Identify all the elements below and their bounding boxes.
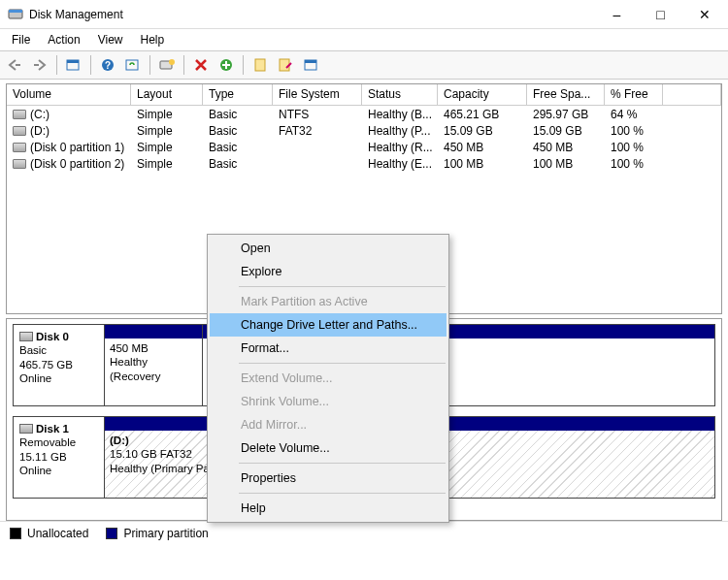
properties-button[interactable] [300,54,321,76]
partition-size: 450 MB [110,341,197,355]
volume-layout: Simple [131,108,203,121]
volume-free: 295.97 GB [527,108,605,121]
volume-type: Basic [203,157,273,171]
minimize-button[interactable]: – [595,0,639,29]
disk-type: Basic [19,343,98,357]
col-volume[interactable]: Volume [7,84,131,105]
legend-primary-label: Primary partition [123,527,208,540]
volume-status: Healthy (E... [362,157,438,171]
col-capacity[interactable]: Capacity [438,84,527,105]
ctx-explore[interactable]: Explore [210,260,447,283]
ctx-mark-active: Mark Partition as Active [210,290,447,313]
svg-rect-3 [34,64,39,66]
col-pctfree[interactable]: % Free [605,84,663,105]
legend-unallocated-label: Unallocated [27,527,88,540]
legend-unallocated: Unallocated [10,527,88,540]
ctx-separator [239,463,446,464]
col-filesystem[interactable]: File System [273,84,362,105]
volume-type: Basic [203,141,273,154]
document-button[interactable] [249,54,271,76]
ctx-shrink: Shrink Volume... [210,390,447,413]
new-volume-button[interactable] [156,54,178,76]
ctx-separator [239,286,446,287]
column-headers: Volume Layout Type File System Status Ca… [7,84,721,106]
partition-color-bar [105,325,202,338]
volume-status: Healthy (R... [362,141,438,154]
menu-view[interactable]: View [90,31,131,48]
drive-icon [13,126,26,136]
volume-free: 15.09 GB [527,124,605,138]
disk-title: Disk 1 [36,423,69,435]
maximize-button[interactable]: □ [639,0,682,29]
forward-button[interactable] [29,54,50,76]
volume-pctfree: 100 % [605,157,663,171]
close-button[interactable]: ✕ [682,0,726,29]
delete-button[interactable] [190,54,212,76]
volume-row[interactable]: (D:)SimpleBasicFAT32Healthy (P...15.09 G… [7,122,721,139]
volume-row[interactable]: (Disk 0 partition 1)SimpleBasicHealthy (… [7,139,721,155]
volume-name: (D:) [30,124,50,138]
volume-name: (Disk 0 partition 2) [30,157,124,171]
toolbar-separator [90,55,91,75]
menu-bar: File Action View Help [0,29,728,50]
app-icon [8,7,23,22]
svg-text:?: ? [105,60,111,71]
svg-point-10 [169,59,175,65]
volume-fs: NTFS [273,108,362,121]
svg-rect-12 [255,59,265,71]
menu-file[interactable]: File [4,31,38,48]
back-button[interactable] [4,54,25,76]
volume-name: (C:) [30,108,50,121]
svg-rect-15 [305,60,316,63]
disk-info: Disk 1Removable15.11 GBOnline [14,417,105,498]
col-status[interactable]: Status [362,84,438,105]
legend: Unallocated Primary partition [0,521,728,544]
volume-layout: Simple [131,157,203,171]
volume-row[interactable]: (Disk 0 partition 2)SimpleBasicHealthy (… [7,155,721,172]
ctx-format[interactable]: Format... [210,337,447,360]
volume-status: Healthy (P... [362,124,438,138]
drive-icon [13,110,26,119]
ctx-open[interactable]: Open [210,237,447,260]
volume-type: Basic [203,108,273,121]
ctx-change-letter[interactable]: Change Drive Letter and Paths... [210,313,447,337]
ctx-separator [239,493,446,494]
volume-row[interactable]: (C:)SimpleBasicNTFSHealthy (B...465.21 G… [7,106,721,122]
volume-free: 100 MB [527,157,605,171]
toolbar-separator [243,55,244,75]
ctx-help[interactable]: Help [210,497,447,520]
volume-capacity: 15.09 GB [438,124,527,138]
svg-rect-1 [9,10,22,13]
drive-icon [13,143,26,152]
ctx-properties[interactable]: Properties [210,467,447,490]
col-freespace[interactable]: Free Spa... [527,84,605,105]
disk-title: Disk 0 [36,331,69,342]
disk-info: Disk 0Basic465.75 GBOnline [14,325,105,405]
col-empty[interactable] [663,84,721,105]
toolbar-separator [183,55,184,75]
partition[interactable]: 450 MBHealthy (Recovery [105,325,202,405]
volume-pctfree: 100 % [605,141,663,154]
svg-rect-13 [280,59,289,71]
volume-layout: Simple [131,141,203,154]
col-layout[interactable]: Layout [131,84,203,105]
window-title: Disk Management [29,8,595,21]
volume-capacity: 450 MB [438,141,527,154]
col-type[interactable]: Type [203,84,273,105]
disk-type: Removable [19,435,98,449]
volume-capacity: 465.21 GB [438,108,527,121]
legend-primary: Primary partition [106,527,208,540]
view-button[interactable] [63,54,84,76]
menu-action[interactable]: Action [40,31,87,48]
ctx-delete[interactable]: Delete Volume... [210,436,447,460]
menu-help[interactable]: Help [133,31,173,48]
partition-status: Healthy (Recovery [110,355,197,383]
svg-rect-5 [67,60,79,63]
add-button[interactable] [215,54,237,76]
toolbar-separator [149,55,150,75]
refresh-button[interactable] [122,54,144,76]
help-button[interactable]: ? [97,54,118,76]
document-edit-button[interactable] [275,54,296,76]
volume-pctfree: 100 % [605,124,663,138]
disk-size: 15.11 GB [19,450,98,464]
